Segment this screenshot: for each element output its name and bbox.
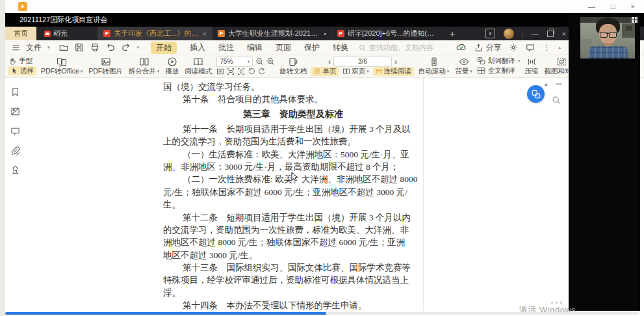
- window-maximize-button[interactable]: □: [611, 3, 615, 10]
- page-indicator[interactable]: 3/6: [333, 57, 392, 67]
- window-close-button[interactable]: ×: [631, 3, 635, 10]
- menu-item-page[interactable]: 页面: [276, 42, 291, 53]
- quick-zoom-icon[interactable]: [552, 96, 561, 105]
- more-icon[interactable]: ⋮: [543, 43, 550, 52]
- double-page-button[interactable]: 双页 ▾: [341, 67, 370, 76]
- video-title: 20211127国际化项目宣讲会: [5, 13, 644, 27]
- chevron-down-icon: ▾: [248, 59, 250, 64]
- document-line: 第十二条 短期项目适用于学生出国（境）开展 3 个月以内: [163, 211, 423, 224]
- pdf-page-text[interactable]: 国（境）交流学习任务。第十条 符合项目的其他具体要求。第三章 资助类型及标准第十…: [163, 81, 423, 311]
- comment-bubble-icon[interactable]: [526, 43, 535, 52]
- save-icon[interactable]: [75, 43, 84, 52]
- share-button[interactable]: 分享: [474, 42, 501, 53]
- menu-item-convert[interactable]: 转换: [333, 42, 348, 53]
- document-line: 元/生；独联体国家不超过 6000 元/生；亚洲地区不超过 3000 元/: [163, 186, 423, 198]
- document-line: 生。: [163, 198, 423, 211]
- thumbnails-icon[interactable]: [10, 107, 20, 116]
- floating-translate-button[interactable]: [527, 85, 545, 103]
- window-minimize-button[interactable]: —: [588, 3, 595, 10]
- video-seekbar[interactable]: [5, 312, 639, 315]
- pdf-to-image-button[interactable]: PDF转图片: [87, 57, 124, 75]
- rotate-document-button[interactable]: 旋转文档: [278, 57, 308, 75]
- menu-item-comment[interactable]: 批注: [218, 42, 234, 53]
- scroll-top-caret-icon[interactable]: ▴: [545, 81, 548, 87]
- search-input[interactable]: 查找功能、文档内容: [359, 43, 433, 53]
- continuous-read-button[interactable]: 连续阅读: [373, 67, 414, 76]
- compress-button[interactable]: 压缩: [523, 57, 539, 75]
- single-page-label: 单页: [322, 67, 336, 76]
- cloud-sync-icon[interactable]: [456, 42, 467, 53]
- tab-home[interactable]: 首页: [5, 27, 36, 40]
- pdf-to-office-icon: [57, 57, 67, 67]
- menubar: 文件 ▾ ▾ 开始 插入 批注 编辑 页面 保护 转换 查找功能、文档内容: [5, 40, 644, 55]
- gallery-view-icon[interactable]: [632, 17, 638, 23]
- redo-icon[interactable]: [122, 43, 131, 52]
- wps-close-button[interactable]: ×: [562, 30, 566, 38]
- gear-icon[interactable]: [509, 43, 518, 52]
- next-page-button[interactable]: ›: [394, 59, 397, 65]
- open-documents-badge[interactable]: 3: [485, 29, 495, 38]
- prev-page-button[interactable]: ‹: [328, 59, 331, 65]
- menu-item-insert[interactable]: 插入: [190, 42, 205, 53]
- menu-item-home[interactable]: 开始: [151, 42, 177, 54]
- webcam-panel[interactable]: [569, 15, 640, 311]
- word-translate-button[interactable]: 划词翻译 ▾: [477, 57, 521, 66]
- hand-tool-button[interactable]: 手型: [8, 57, 36, 66]
- select-tool-button[interactable]: 选择: [8, 66, 36, 75]
- tab-close-icon[interactable]: ×: [203, 30, 207, 38]
- word-translate-label: 划词翻译: [488, 57, 515, 66]
- unsaved-dot: ●: [324, 32, 326, 36]
- bookmarks-icon[interactable]: [10, 87, 20, 97]
- print-icon[interactable]: [90, 43, 99, 52]
- rotate-left-icon[interactable]: [248, 68, 255, 75]
- open-folder-icon[interactable]: [59, 43, 68, 52]
- attachment-icon[interactable]: [10, 146, 20, 155]
- person-shirt: [589, 46, 628, 59]
- split-merge-button[interactable]: 拆分合并▾: [127, 57, 161, 75]
- menu-item-protect[interactable]: 保护: [304, 42, 320, 53]
- person-glasses: [600, 32, 617, 37]
- zoom-select[interactable]: 75%▾: [216, 57, 253, 67]
- zoom-out-icon[interactable]: [255, 57, 264, 66]
- background-button[interactable]: 背景▾: [454, 57, 474, 75]
- wps-restore-button[interactable]: [547, 31, 554, 37]
- file-menu[interactable]: 文件: [26, 42, 42, 53]
- single-page-icon: [314, 68, 320, 75]
- eye-icon: [459, 57, 469, 67]
- screen: — □ × 20211127国际化项目宣讲会 首页 稻壳 P 关于印发《西北工.…: [0, 0, 644, 316]
- rotate-right-icon[interactable]: [258, 68, 266, 75]
- read-mode-button[interactable]: 阅读模式: [183, 57, 213, 75]
- tab-docer[interactable]: 稻壳: [36, 27, 75, 40]
- menu-item-edit[interactable]: 编辑: [247, 42, 263, 53]
- single-page-button[interactable]: 单页: [311, 67, 339, 76]
- scrollbar-thumb[interactable]: [556, 83, 562, 85]
- wps-minimize-button[interactable]: —: [532, 30, 539, 38]
- actual-size-icon[interactable]: [216, 68, 224, 75]
- document-area: 国（境）交流学习任务。第十条 符合项目的其他具体要求。第三章 资助类型及标准第十…: [5, 78, 644, 311]
- chevron-down-icon: ▾: [470, 69, 472, 74]
- fit-width-icon[interactable]: [227, 68, 235, 75]
- undo-icon[interactable]: [106, 43, 115, 52]
- auto-scroll-button[interactable]: 自动滚动▾: [417, 57, 451, 75]
- full-translate-button[interactable]: 全文翻译: [477, 66, 521, 75]
- new-tab-button[interactable]: +: [450, 27, 455, 40]
- tab-document-3[interactable]: P 研字[2020]+6号...的通知(签章).pdf: [331, 27, 443, 40]
- chevron-down-icon[interactable]: ▾: [137, 45, 140, 50]
- tab-document-2[interactable]: P 大学生职业生涯规划-2021春季学期 ●: [212, 27, 331, 40]
- tab-document-1[interactable]: P 关于印发《西北工...》的通知.pdf ×: [97, 27, 212, 40]
- pdf-file-icon: P: [103, 30, 110, 37]
- ppt-file-icon: P: [218, 30, 225, 37]
- tab-document-2-label: 大学生职业生涯规划-2021春季学期: [228, 29, 320, 38]
- auto-scroll-icon: [429, 57, 439, 67]
- sidebar-panel: [10, 87, 20, 175]
- user-avatar[interactable]: [504, 29, 514, 39]
- fit-page-icon[interactable]: [237, 68, 245, 75]
- zoom-in-icon[interactable]: [266, 57, 275, 66]
- collapse-ribbon-icon[interactable]: ▴: [558, 45, 561, 50]
- stamp-signature-icon[interactable]: [10, 165, 20, 175]
- pdf-to-office-button[interactable]: PDF转Office▾: [40, 57, 84, 75]
- document-line: 国（境）交流学习任务。: [163, 81, 423, 93]
- comments-panel-icon[interactable]: [10, 126, 20, 136]
- play-button[interactable]: 播放: [164, 57, 180, 75]
- chevron-down-icon: ▾: [81, 69, 83, 74]
